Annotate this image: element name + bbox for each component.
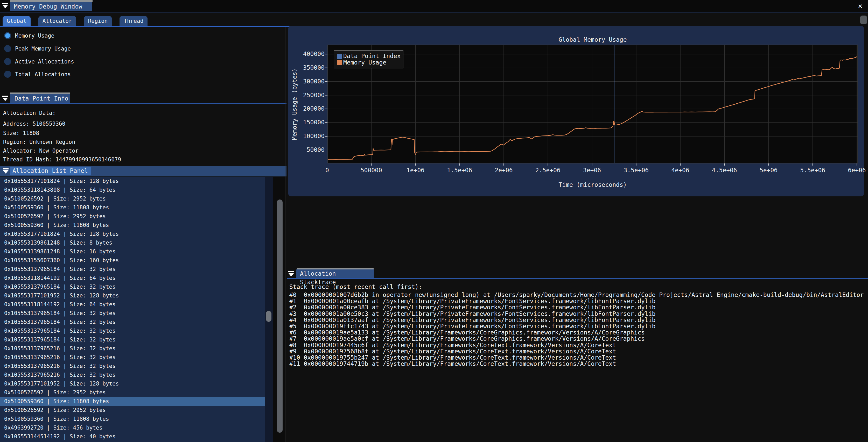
list-item[interactable]: 0x105553177101824 | Size: 128 bytes xyxy=(0,230,265,238)
legend-label: Memory Usage xyxy=(343,60,386,65)
list-item[interactable]: 0x105553118144192 | Size: 64 bytes xyxy=(0,300,265,309)
list-item[interactable]: 0x105553177101952 | Size: 128 bytes xyxy=(0,291,265,300)
list-item[interactable]: 0x5100559360 | Size: 11808 bytes xyxy=(0,397,265,406)
stacktrace-body: Stack trace (most recent call first):#0 … xyxy=(287,280,868,442)
radio-icon[interactable] xyxy=(4,45,11,52)
x-tick-label: 6e+06 xyxy=(839,167,868,174)
list-item[interactable]: 0x5100559360 | Size: 11808 bytes xyxy=(0,414,265,423)
list-item[interactable]: 0x105553137965216 | Size: 32 bytes xyxy=(0,344,265,353)
left-panel-scrollbar-thumb[interactable] xyxy=(277,200,283,433)
info-line: Size: 11808 xyxy=(3,130,39,136)
list-item[interactable]: 0x105553177101824 | Size: 128 bytes xyxy=(0,177,265,185)
info-line: Address: 5100559360 xyxy=(3,121,65,127)
title-separator xyxy=(0,12,868,12)
tab-region[interactable]: Region xyxy=(84,16,112,26)
list-item[interactable]: 0x105553137965216 | Size: 32 bytes xyxy=(0,362,265,371)
stacktrace-frame: #5 0x000000019ffc1743 at /System/Library… xyxy=(289,323,655,330)
stacktrace-collapse-icon[interactable] xyxy=(287,270,296,278)
x-tick-label: 500000 xyxy=(353,167,390,174)
list-item[interactable]: 0x5100526592 | Size: 2952 bytes xyxy=(0,212,265,221)
tab-global[interactable]: Global xyxy=(3,16,31,26)
list-item[interactable]: 0x105553137965184 | Size: 32 bytes xyxy=(0,309,265,318)
stacktrace-frame: #6 0x000000019ae5a133 at /System/Library… xyxy=(289,329,645,336)
list-item[interactable]: 0x105553139861248 | Size: 16 bytes xyxy=(0,247,265,256)
radio-icon[interactable] xyxy=(4,58,11,65)
window-collapse-icon[interactable] xyxy=(1,2,10,10)
list-item[interactable]: 0x105553155607360 | Size: 160 bytes xyxy=(0,256,265,265)
list-item[interactable]: 0x105553144514192 | Size: 40 bytes xyxy=(0,432,265,441)
legend-entry[interactable]: Memory Usage xyxy=(337,60,402,66)
memory-usage-chart[interactable]: Global Memory Usage Memory Usage (bytes)… xyxy=(288,26,864,196)
legend-entry[interactable]: Data Point Index xyxy=(337,54,402,59)
x-tick-label: 1e+06 xyxy=(398,167,434,174)
x-tick-label: 3e+06 xyxy=(574,167,610,174)
list-item[interactable]: 0x105553137965040 | Size: 24 bytes xyxy=(0,441,265,442)
chart-title: Global Memory Usage xyxy=(327,36,858,43)
memory-debug-window: { "window": { "title": "Memory Debug Win… xyxy=(0,0,868,442)
list-item[interactable]: 0x105553137965184 | Size: 32 bytes xyxy=(0,335,265,344)
x-tick-label: 5e+06 xyxy=(750,167,787,174)
legend-label: Data Point Index xyxy=(343,54,401,59)
x-tick-label: 3.5e+06 xyxy=(618,167,654,174)
data-point-info-header[interactable]: Data Point Info xyxy=(10,94,70,103)
list-item[interactable]: 0x5100526592 | Size: 2952 bytes xyxy=(0,194,265,203)
list-item[interactable]: 0x105553137965184 | Size: 32 bytes xyxy=(0,265,265,274)
stacktrace-frame: #0 0x00000001007d6b2b in operator new(un… xyxy=(289,292,864,298)
list-item[interactable]: 0x105553137965216 | Size: 32 bytes xyxy=(0,353,265,362)
list-item[interactable]: 0x105553118144192 | Size: 64 bytes xyxy=(0,274,265,282)
radio-option-total-allocations[interactable]: Total Allocations xyxy=(4,71,108,78)
y-tick-label: 350000 xyxy=(296,64,324,71)
list-item[interactable]: 0x5100526592 | Size: 2952 bytes xyxy=(0,388,265,397)
chart-x-axis-label: Time (microseconds) xyxy=(333,181,852,188)
list-item[interactable]: 0x4963992720 | Size: 456 bytes xyxy=(0,423,265,432)
list-item[interactable]: 0x105553177101952 | Size: 128 bytes xyxy=(0,379,265,388)
legend-swatch-icon xyxy=(337,54,342,59)
title-bar[interactable]: Memory Debug Window ✕ xyxy=(0,0,868,12)
radio-option-peak-memory-usage[interactable]: Peak Memory Usage xyxy=(4,45,108,52)
stacktrace-frame: #3 0x00000001a00e50c3 at /System/Library… xyxy=(289,310,655,317)
chart-legend[interactable]: Data Point IndexMemory Usage xyxy=(334,50,403,68)
panel-splitter[interactable] xyxy=(285,27,285,442)
window-title[interactable]: Memory Debug Window xyxy=(10,2,92,11)
close-icon[interactable]: ✕ xyxy=(855,1,865,11)
radio-option-memory-usage[interactable]: Memory Usage xyxy=(4,32,108,39)
list-item[interactable]: 0x105553118143808 | Size: 64 bytes xyxy=(0,185,265,194)
list-item[interactable]: 0x5100559360 | Size: 11808 bytes xyxy=(0,203,265,212)
radio-icon[interactable] xyxy=(4,71,11,78)
list-item[interactable]: 0x105553137965184 | Size: 32 bytes xyxy=(0,282,265,291)
list-item[interactable]: 0x105553139861248 | Size: 8 bytes xyxy=(0,238,265,247)
stacktrace-frame: #8 0x0000000197445c6f at /System/Library… xyxy=(289,342,616,348)
list-item[interactable]: 0x5100559360 | Size: 11808 bytes xyxy=(0,221,265,230)
list-item[interactable]: 0x105553137965184 | Size: 32 bytes xyxy=(0,327,265,335)
list-item[interactable]: 0x105553137965184 | Size: 32 bytes xyxy=(0,318,265,327)
y-tick-label: 150000 xyxy=(296,119,324,126)
radio-icon[interactable] xyxy=(4,32,11,39)
stacktrace-frame: #11 0x000000019744719b at /System/Librar… xyxy=(289,361,616,367)
stacktrace-frame: #9 0x0000000197568b8f at /System/Library… xyxy=(289,348,616,355)
y-tick-label: 50000 xyxy=(296,146,324,153)
info-line: Allocator: New Operator xyxy=(3,148,79,154)
stacktrace-frame: #7 0x000000019ae5a0cf at /System/Library… xyxy=(289,335,645,342)
tab-allocator[interactable]: Allocator xyxy=(38,16,76,26)
dpi-collapse-icon[interactable] xyxy=(1,94,10,103)
allocation-list-scrollbar-thumb[interactable] xyxy=(266,311,272,322)
stacktrace-frame: #1 0x00000001a00ceafb at /System/Library… xyxy=(289,298,655,304)
tab-overflow-handle[interactable] xyxy=(860,15,867,24)
radio-label: Active Allocations xyxy=(15,59,74,65)
list-item[interactable]: 0x105553137965216 | Size: 32 bytes xyxy=(0,371,265,379)
tab-thread[interactable]: Thread xyxy=(120,16,148,26)
stacktrace-header[interactable]: Allocation Stacktrace xyxy=(296,269,374,278)
list-item[interactable]: 0x5100526592 | Size: 2952 bytes xyxy=(0,406,265,414)
x-tick-label: 0 xyxy=(309,167,345,174)
radio-option-active-allocations[interactable]: Active Allocations xyxy=(4,58,108,65)
x-tick-label: 4.5e+06 xyxy=(706,167,743,174)
y-tick-label: 300000 xyxy=(296,78,324,85)
stacktrace-frame: #4 0x00000001a0137aaf at /System/Library… xyxy=(289,316,655,324)
info-line: Allocation Data: xyxy=(3,110,56,116)
y-tick-label: 100000 xyxy=(296,133,324,139)
radio-label: Memory Usage xyxy=(15,33,55,39)
allocation-list-scrollbar[interactable] xyxy=(265,177,273,442)
allocation-list-header[interactable]: Allocation List Panel xyxy=(10,167,91,175)
alp-collapse-icon[interactable] xyxy=(2,167,10,176)
dpi-separator xyxy=(0,103,286,104)
